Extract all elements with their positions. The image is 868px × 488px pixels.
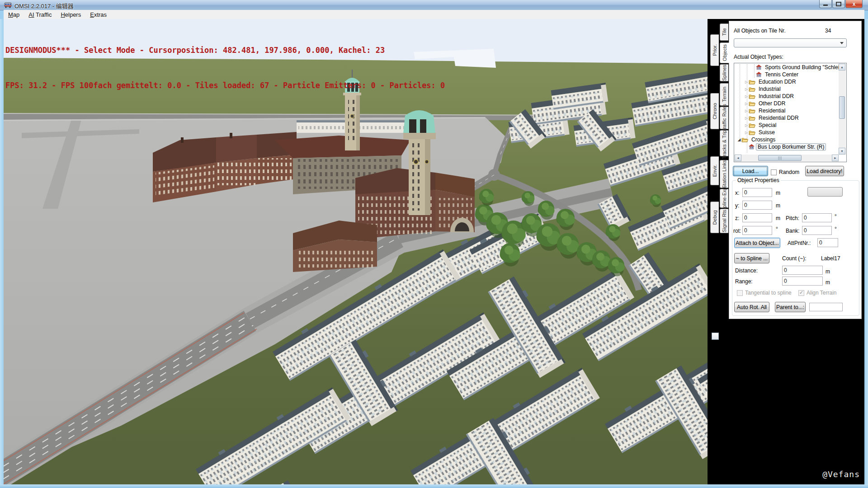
all-objects-count: 34 xyxy=(825,28,831,34)
tree-item[interactable]: ▷Industrial xyxy=(734,85,839,93)
tab-splines[interactable]: Splines xyxy=(720,64,728,81)
tree-item[interactable]: ▷Residential xyxy=(734,107,839,114)
folder-icon xyxy=(749,87,755,92)
tab-terrain[interactable]: Terrain xyxy=(720,83,728,106)
status-line-2: FPS: 31.2 - FPS 100fach gemittelt: 0.0 -… xyxy=(5,80,445,91)
tab-debug[interactable]: Debug xyxy=(710,202,719,233)
collapsed-expander-icon[interactable]: ▷ xyxy=(744,116,749,120)
tree-item-label: Bus Loop Borkumer Str. (R) xyxy=(756,143,826,150)
rot-field[interactable] xyxy=(742,226,772,235)
tree-item[interactable]: ▷Special xyxy=(734,122,839,129)
tangential-label: Tangential to spline xyxy=(745,290,792,296)
scroll-left-icon[interactable]: ◄ xyxy=(735,155,741,161)
auto-rot-all-button[interactable]: Auto Rot. All xyxy=(734,302,769,312)
rot-label: rot: xyxy=(733,228,741,234)
minimize-button[interactable] xyxy=(819,0,832,8)
distance-field[interactable] xyxy=(782,266,823,275)
folder-icon xyxy=(749,116,755,121)
tree-item-label: Industrial xyxy=(757,85,783,93)
attpntnr-field[interactable] xyxy=(817,238,838,247)
pitch-field[interactable] xyxy=(802,213,832,222)
tab-spline-exp-[interactable]: Spline-Exp. xyxy=(720,189,728,208)
tree-vertical-scrollbar[interactable]: ▲ ▼ xyxy=(839,64,846,155)
tab-prior-[interactable]: Prior. xyxy=(710,34,719,66)
tab-tracks-trips[interactable]: Tracks & Trips xyxy=(720,130,728,156)
watermark: @Vefans xyxy=(822,469,860,479)
range-label: Range: xyxy=(735,278,753,285)
range-field[interactable] xyxy=(782,277,823,286)
collapsed-expander-icon[interactable]: ▷ xyxy=(744,102,749,106)
to-spline-button[interactable]: ~ to Spline ... xyxy=(734,253,769,263)
tab-tile[interactable]: Tile xyxy=(720,23,728,41)
tree-item[interactable]: ▷Residential DDR xyxy=(734,114,839,122)
tree-vscroll-thumb[interactable] xyxy=(839,96,845,119)
object-house-icon xyxy=(756,72,762,77)
title-bar[interactable]: OMSI 2.2.017 - 编辑器 x xyxy=(0,0,868,10)
scroll-right-icon[interactable]: ► xyxy=(832,155,839,161)
parent-to-button[interactable]: Parent to...: xyxy=(775,302,806,312)
expanded-expander-icon[interactable]: ◢ xyxy=(737,137,741,142)
tab-envir-[interactable]: Envir. xyxy=(710,156,719,185)
x-field[interactable] xyxy=(742,188,772,197)
collapsed-expander-icon[interactable]: ▷ xyxy=(744,94,749,99)
tree-item[interactable]: ▷Other DDR xyxy=(734,100,839,107)
tree-item[interactable]: ▷Education DDR xyxy=(734,78,839,85)
tree-horizontal-scrollbar[interactable]: ◄ ► xyxy=(735,155,839,161)
scroll-up-icon[interactable]: ▲ xyxy=(839,64,845,70)
close-button[interactable]: x xyxy=(845,0,863,8)
menu-extras[interactable]: Extras xyxy=(85,11,111,19)
bank-unit: ° xyxy=(835,226,837,232)
scroll-down-icon[interactable]: ▼ xyxy=(839,148,845,155)
menu-ai-traffic[interactable]: AI Traffic xyxy=(24,11,56,19)
restore-icon xyxy=(836,2,841,6)
y-unit: m xyxy=(776,202,780,209)
viewport-3d[interactable]: DESIGNMODUS*** - Select Mode - Cursorpos… xyxy=(4,19,708,484)
random-checkbox[interactable] xyxy=(771,169,777,175)
menu-helpers[interactable]: Helpers xyxy=(56,11,85,19)
tab-station-links[interactable]: Station Links xyxy=(720,160,728,188)
tab-objects[interactable]: Objects xyxy=(720,42,729,63)
collapsed-expander-icon[interactable]: ▷ xyxy=(744,123,749,127)
tree-item[interactable]: ▷Industrial DDR xyxy=(734,93,839,100)
menu-map[interactable]: Map xyxy=(4,11,24,19)
blank-button[interactable] xyxy=(807,187,843,197)
collapsed-expander-icon[interactable]: ▷ xyxy=(744,131,749,135)
tree-hscroll-thumb[interactable] xyxy=(758,155,802,161)
folder-icon xyxy=(749,80,755,84)
tree-item[interactable]: ◢Crossings xyxy=(734,136,839,143)
tree-item[interactable]: Bus Loop Borkumer Str. (R) xyxy=(734,143,839,150)
dock-checkbox[interactable] xyxy=(712,333,719,340)
folder-icon xyxy=(749,94,755,99)
load-directory-button[interactable]: Load directory! xyxy=(805,166,844,176)
tangential-checkbox[interactable] xyxy=(737,290,743,296)
tree-item[interactable]: ▷Suisse xyxy=(734,129,839,136)
attach-to-object-button[interactable]: Attach to Object... xyxy=(734,238,780,248)
objects-tab-panel: All Objects on Tile Nr. 34 Actual Object… xyxy=(729,21,862,319)
tab-signal-rts[interactable]: Signal Rts xyxy=(720,209,728,233)
restore-button[interactable] xyxy=(832,0,845,8)
load-button[interactable]: Load... xyxy=(733,166,768,176)
collapsed-expander-icon[interactable]: ▷ xyxy=(744,80,749,84)
right-dock-area: Prior.ChronoEnvir.Debug TileObjectsSplin… xyxy=(708,19,864,484)
tree-item[interactable]: Sports Ground Building "Schlei xyxy=(734,64,839,71)
folder-icon xyxy=(749,130,755,135)
y-field[interactable] xyxy=(742,201,772,210)
collapsed-expander-icon[interactable]: ▷ xyxy=(744,87,749,91)
object-types-tree[interactable]: Sports Ground Building "SchleiTennis Cen… xyxy=(734,63,847,162)
object-dropdown[interactable] xyxy=(734,38,847,47)
z-field[interactable] xyxy=(742,213,772,222)
align-terrain-checkbox[interactable] xyxy=(798,290,804,296)
status-line-1: DESIGNMODUS*** - Select Mode - Cursorpos… xyxy=(5,44,445,56)
bank-field[interactable] xyxy=(802,226,832,235)
tree-item-label: Suisse xyxy=(757,129,777,136)
collapsed-expander-icon[interactable]: ▷ xyxy=(744,109,749,113)
tab-traffic-rules[interactable]: Traffic Rules xyxy=(720,107,728,129)
object-house-icon xyxy=(756,65,762,70)
tab-chrono[interactable]: Chrono xyxy=(710,93,719,129)
random-label: Random xyxy=(779,169,799,175)
tree-item[interactable]: Tennis Center xyxy=(734,71,839,78)
bank-label: Bank: xyxy=(786,228,800,234)
parent-to-field[interactable] xyxy=(809,303,843,311)
object-properties-label: Object Properties xyxy=(736,177,781,183)
tree-item-label: Tennis Center xyxy=(763,71,800,78)
